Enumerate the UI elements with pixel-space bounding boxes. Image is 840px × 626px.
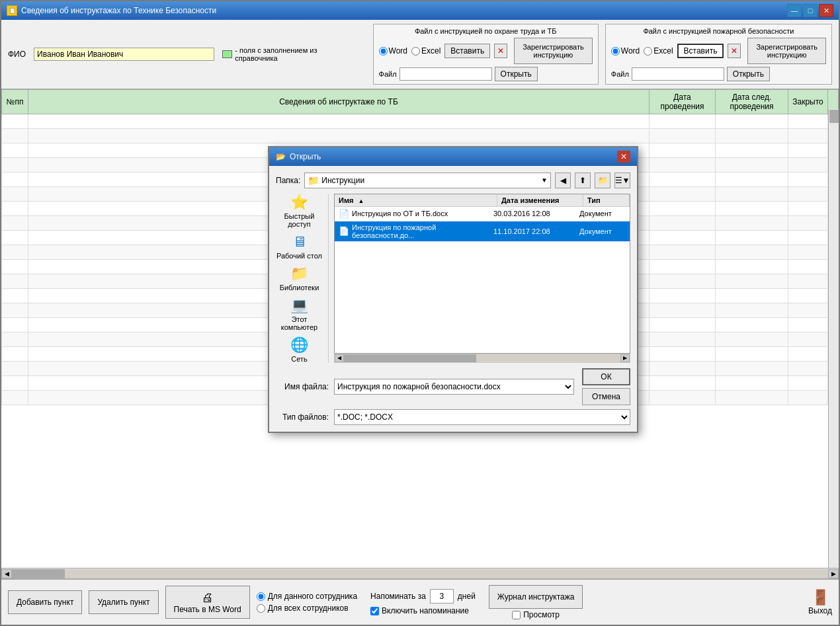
filename-label: Имя файла: [276, 382, 329, 391]
sidebar-network-label: Сеть [291, 355, 307, 363]
nav-new-folder-btn[interactable]: 📁 [595, 173, 610, 188]
dialog-bottom: Имя файла: Инструкция по пожарной безопа… [276, 368, 630, 425]
dialog-scroll-left[interactable]: ◀ [335, 354, 344, 362]
dialog-toolbar: Папка: 📁 Инструкции ▼ ◀ ⬆ 📁 ☰▼ [276, 173, 630, 188]
col-type-header[interactable]: Тип [583, 194, 630, 206]
filename-input-wrap: Инструкция по пожарной безопасности.docx [334, 379, 574, 395]
folder-name: Инструкции [321, 176, 364, 185]
close-button[interactable]: ✕ [819, 4, 833, 17]
ok-cancel-buttons: ОК Отмена [582, 368, 630, 405]
sidebar-libraries-label: Библиотеки [280, 284, 319, 292]
nav-back-btn[interactable]: ◀ [555, 173, 571, 188]
dialog-overlay: 📂 Открыть ✕ Папка: 📁 Инструкции ▼ ◀ ⬆ 📁 … [0, 19, 840, 626]
sidebar-desktop[interactable]: 🖥 Рабочий стол [276, 233, 322, 260]
folder-icon: 📁 [308, 175, 319, 186]
filename-select[interactable]: Инструкция по пожарной безопасности.docx [334, 379, 574, 395]
file-type-1: Документ [579, 210, 626, 217]
file-icon-2: 📄 [339, 226, 349, 236]
sidebar-libraries[interactable]: 📁 Библиотеки [280, 265, 319, 292]
sort-icon: ▲ [358, 198, 364, 204]
file-type-2: Документ [579, 227, 626, 235]
col-name-header[interactable]: Имя ▲ [335, 194, 497, 206]
library-icon: 📁 [290, 265, 308, 282]
filetype-select[interactable]: *.DOC; *.DOCX [334, 409, 630, 425]
sidebar-quick-access-label: Быстрый доступ [276, 212, 323, 228]
desktop-icon: 🖥 [292, 233, 307, 251]
dialog-scroll-thumb[interactable] [344, 354, 476, 362]
sidebar-computer-label: Этот компьютер [276, 315, 323, 331]
dialog-content: ⭐ Быстрый доступ 🖥 Рабочий стол 📁 Библио… [276, 194, 630, 363]
dialog-close-button[interactable]: ✕ [617, 151, 630, 163]
file-name-1: Инструкция по ОТ и ТБ.docx [352, 210, 493, 217]
window-title: Сведения об инструктажах по Технике Безо… [21, 6, 787, 15]
nav-view-btn[interactable]: ☰▼ [614, 173, 630, 188]
dialog-title-text: Открыть [290, 152, 321, 161]
dialog-scroll-right[interactable]: ▶ [620, 354, 630, 362]
file-list-item-1[interactable]: 📄 Инструкция по ОТ и ТБ.docx 30.03.2016 … [335, 207, 630, 221]
open-file-dialog: 📂 Открыть ✕ Папка: 📁 Инструкции ▼ ◀ ⬆ 📁 … [268, 146, 638, 433]
dialog-scroll-track [344, 354, 620, 362]
cancel-button[interactable]: Отмена [582, 388, 630, 405]
dialog-file-list: Имя ▲ Дата изменения Тип 📄 Инструкция по… [334, 194, 630, 354]
folder-label: Папка: [276, 176, 300, 185]
maximize-button[interactable]: □ [803, 4, 818, 17]
dialog-sidebar: ⭐ Быстрый доступ 🖥 Рабочий стол 📁 Библио… [276, 194, 329, 363]
minimize-button[interactable]: — [787, 4, 802, 17]
file-list-container: Имя ▲ Дата изменения Тип 📄 Инструкция по… [334, 194, 630, 363]
dialog-title-bar: 📂 Открыть ✕ [269, 147, 637, 166]
title-bar: 📋 Сведения об инструктажах по Технике Бе… [1, 1, 839, 20]
sidebar-computer[interactable]: 💻 Этот компьютер [276, 297, 323, 331]
network-icon: 🌐 [290, 336, 308, 354]
col-date-header[interactable]: Дата изменения [497, 194, 583, 206]
file-name-2: Инструкция по пожарной безопасности.до..… [352, 223, 493, 239]
filetype-label: Тип файлов: [276, 412, 329, 422]
file-date-1: 30.03.2016 12:08 [493, 210, 579, 217]
sidebar-quick-access[interactable]: ⭐ Быстрый доступ [276, 194, 323, 228]
dialog-horiz-scroll[interactable]: ◀ ▶ [334, 354, 630, 363]
folder-dropdown-icon: ▼ [541, 176, 548, 184]
sidebar-desktop-label: Рабочий стол [276, 252, 322, 260]
file-list-header: Имя ▲ Дата изменения Тип [335, 194, 630, 207]
file-date-2: 11.10.2017 22:08 [493, 227, 579, 235]
dialog-folder-icon: 📂 [276, 152, 286, 161]
quick-access-icon: ⭐ [290, 194, 308, 211]
computer-icon: 💻 [290, 297, 308, 314]
dialog-body: Папка: 📁 Инструкции ▼ ◀ ⬆ 📁 ☰▼ ⭐ Быстрый… [269, 166, 637, 432]
dialog-title-left: 📂 Открыть [276, 152, 321, 161]
filename-row: Имя файла: Инструкция по пожарной безопа… [276, 368, 630, 405]
file-list-item-2[interactable]: 📄 Инструкция по пожарной безопасности.до… [335, 221, 630, 242]
nav-up-btn[interactable]: ⬆ [575, 173, 591, 188]
folder-select[interactable]: 📁 Инструкции ▼ [304, 173, 551, 188]
app-icon: 📋 [7, 5, 17, 16]
file-icon-1: 📄 [339, 209, 349, 219]
ok-button[interactable]: ОК [582, 368, 630, 385]
sidebar-network[interactable]: 🌐 Сеть [290, 336, 308, 363]
filetype-input-wrap: *.DOC; *.DOCX [334, 409, 630, 425]
title-bar-buttons: — □ ✕ [787, 4, 833, 17]
filetype-row: Тип файлов: *.DOC; *.DOCX [276, 409, 630, 425]
